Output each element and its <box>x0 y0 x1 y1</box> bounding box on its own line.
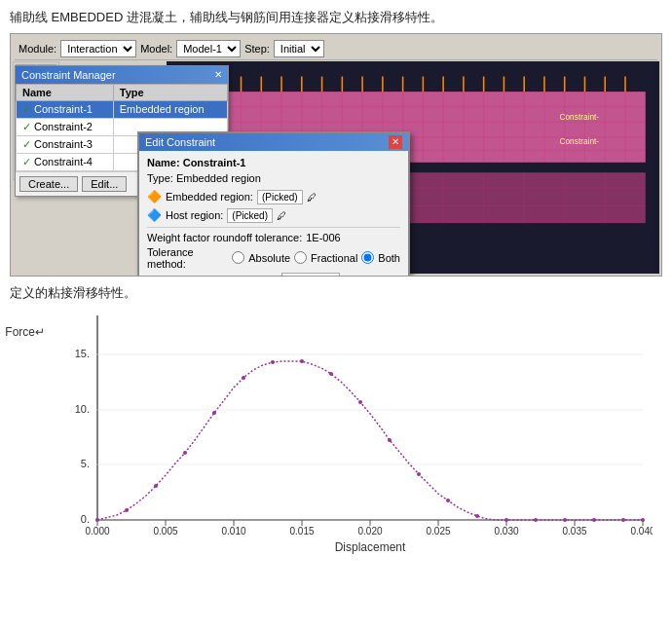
svg-text:0.: 0. <box>81 513 90 525</box>
tol-fractional-radio[interactable] <box>294 251 307 264</box>
svg-point-114 <box>641 518 645 522</box>
ec-embed-pick-icon[interactable]: 🖊 <box>307 192 317 203</box>
ec-type-row: Type: Embedded region <box>147 172 400 184</box>
svg-point-101 <box>271 360 275 364</box>
constraint-2-name: ✓ Constraint-2 <box>17 118 114 135</box>
svg-point-109 <box>504 518 508 522</box>
svg-text:0.040: 0.040 <box>630 526 653 536</box>
svg-point-111 <box>563 518 567 522</box>
svg-point-104 <box>358 400 362 404</box>
svg-text:0.030: 0.030 <box>494 526 518 536</box>
chart-svg-container: 0. 5. 10. 15. 0.000 0.005 0.010 0.015 0.… <box>49 306 653 562</box>
ec-host-pick-icon[interactable]: 🖊 <box>277 210 286 221</box>
svg-point-100 <box>242 376 245 380</box>
svg-text:0.035: 0.035 <box>562 526 586 536</box>
module-label: Module: <box>19 43 56 55</box>
ec-host-value: (Picked) <box>227 208 273 223</box>
tol-both-radio[interactable] <box>361 251 374 264</box>
svg-point-105 <box>388 438 392 442</box>
top-description: 辅助线 EMBEDDED 进混凝土，辅助线与钢筋间用连接器定义粘接滑移特性。 <box>0 0 672 33</box>
embed-icon: 🔶 <box>147 190 162 204</box>
ec-weight-row: Weight factor roundoff tolerance: 1E-006 <box>147 232 400 243</box>
svg-point-110 <box>534 518 538 522</box>
mid-text-content: 定义的粘接滑移特性。 <box>10 285 136 300</box>
svg-text:Constraint-: Constraint- <box>560 112 600 122</box>
edit-constraint-close[interactable]: ✕ <box>389 135 402 149</box>
edit-constraint-title: Edit Constraint <box>145 136 215 148</box>
tol-absolute-radio[interactable] <box>232 251 244 264</box>
ec-name-label: Name: <box>147 157 180 168</box>
svg-text:15.: 15. <box>75 348 90 359</box>
svg-text:0.000: 0.000 <box>85 526 109 536</box>
check-icon-4: ✓ <box>22 156 31 167</box>
top-text-content: 辅助线 EMBEDDED 进混凝土，辅助线与钢筋间用连接器定义粘接滑移特性。 <box>10 10 443 24</box>
svg-text:10.: 10. <box>75 403 90 415</box>
ec-name-row: Name: Constraint-1 <box>147 157 400 168</box>
svg-text:0.015: 0.015 <box>289 526 314 536</box>
tol-both-label: Both <box>378 252 400 264</box>
edit-constraint-body: Name: Constraint-1 Type: Embedded region… <box>139 151 408 277</box>
ec-embed-label: Embedded region: <box>166 191 253 203</box>
constraint-4-name: ✓ Constraint-4 <box>17 153 114 170</box>
ec-type-label: Type: <box>147 172 173 184</box>
host-icon: 🔷 <box>147 208 162 222</box>
svg-point-96 <box>125 508 129 512</box>
edit-constraint-titlebar: Edit Constraint ✕ <box>139 133 408 151</box>
check-icon-2: ✓ <box>22 121 31 132</box>
constraint-manager-title: Constraint Manager <box>21 69 116 81</box>
svg-text:0.005: 0.005 <box>153 526 177 536</box>
ec-weight-value: 1E-006 <box>306 232 340 243</box>
constraint-1-type: Embedded region <box>113 100 227 118</box>
ec-tol-label: Tolerance method: <box>147 246 228 270</box>
module-select[interactable]: Interaction <box>60 40 136 57</box>
abaqus-viewport-area: Module: Interaction Model: Model-1 Step:… <box>10 33 662 277</box>
ec-host-label: Host region: <box>166 209 223 221</box>
y-axis-label-container: Force↵ <box>10 325 49 339</box>
mid-description: 定义的粘接滑移特性。 <box>0 277 672 306</box>
constraint-1-name: ✓ Constraint-1 <box>17 100 114 118</box>
constraint-manager-titlebar: Constraint Manager ✕ <box>16 66 228 84</box>
chart-wrapper: Force↵ 0. 5. 10. 15. 0.000 <box>10 306 662 562</box>
svg-text:Constraint-: Constraint- <box>560 136 600 146</box>
col-name-header: Name <box>17 84 114 100</box>
constraint-3-name: ✓ Constraint-3 <box>17 135 114 153</box>
ec-tol-method-row: Tolerance method: Absolute Fractional Bo… <box>147 246 400 270</box>
svg-text:0.010: 0.010 <box>221 526 245 536</box>
svg-point-112 <box>592 518 596 522</box>
ec-abs-tol-input[interactable] <box>281 273 340 277</box>
constraint-row-1[interactable]: ✓ Constraint-1 Embedded region <box>17 100 228 118</box>
ec-embed-row: 🔶 Embedded region: (Picked) 🖊 <box>147 190 400 204</box>
ec-embed-value: (Picked) <box>257 190 303 204</box>
model-label: Model: <box>140 43 172 55</box>
svg-text:0.025: 0.025 <box>426 526 450 536</box>
ec-host-row: 🔷 Host region: (Picked) 🖊 <box>147 208 400 223</box>
y-axis-label: Force↵ <box>5 325 45 339</box>
model-select[interactable]: Model-1 <box>176 40 241 57</box>
svg-point-102 <box>300 359 304 363</box>
svg-point-98 <box>183 451 187 455</box>
edit-button[interactable]: Edit... <box>82 176 127 192</box>
ec-abs-tol-row: Absolute exterior tolerance: <box>147 273 400 277</box>
check-icon-1: ✓ <box>22 103 31 115</box>
ec-abs-tol-label: Absolute exterior tolerance: <box>147 275 278 277</box>
tol-fractional-label: Fractional <box>311 252 357 264</box>
svg-text:0.020: 0.020 <box>357 526 382 536</box>
chart-curve <box>97 361 643 520</box>
edit-constraint-dialog: Edit Constraint ✕ Name: Constraint-1 Typ… <box>137 131 410 277</box>
chart-svg: 0. 5. 10. 15. 0.000 0.005 0.010 0.015 0.… <box>49 306 653 559</box>
svg-point-108 <box>475 514 479 518</box>
check-icon-3: ✓ <box>22 138 31 150</box>
col-type-header: Type <box>113 84 227 100</box>
constraint-manager-close[interactable]: ✕ <box>214 69 222 80</box>
svg-text:5.: 5. <box>81 458 90 469</box>
create-button[interactable]: Create... <box>19 176 78 192</box>
step-select[interactable]: Initial <box>274 40 324 57</box>
abaqus-toolbar: Module: Interaction Model: Model-1 Step:… <box>15 38 657 60</box>
chart-area: Force↵ 0. 5. 10. 15. 0.000 <box>0 306 672 572</box>
svg-point-103 <box>329 372 333 376</box>
ec-name-value: Constraint-1 <box>183 157 246 168</box>
svg-point-113 <box>621 518 625 522</box>
ec-weight-label: Weight factor roundoff tolerance: <box>147 232 302 243</box>
svg-point-97 <box>154 484 158 488</box>
svg-point-107 <box>446 499 450 502</box>
